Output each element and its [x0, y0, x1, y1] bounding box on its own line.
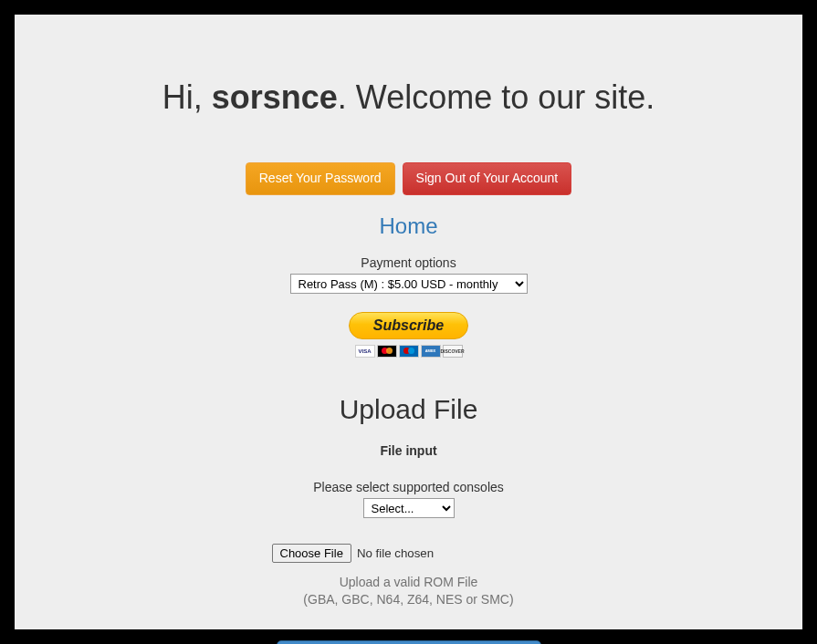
upload-file-heading: Upload File	[15, 394, 802, 425]
subscribe-container: Subscribe VISA AMEX DISCOVER	[15, 312, 802, 358]
file-chosen-status: No file chosen	[357, 546, 434, 560]
payment-options-select[interactable]: Retro Pass (M) : $5.00 USD - monthly	[290, 274, 528, 294]
visa-card-icon: VISA	[355, 345, 375, 358]
discover-card-icon: DISCOVER	[443, 345, 463, 358]
help-line-2: (GBA, GBC, N64, Z64, NES or SMC)	[15, 591, 802, 609]
file-input-row: Choose File No file chosen	[272, 544, 435, 563]
home-link[interactable]: Home	[15, 213, 802, 239]
greeting-suffix: . Welcome to our site.	[338, 78, 655, 116]
payment-options-label: Payment options	[15, 255, 802, 270]
account-buttons-row: Reset Your Password Sign Out of Your Acc…	[15, 162, 802, 195]
console-select-label: Please select supported consoles	[15, 480, 802, 494]
sign-out-button[interactable]: Sign Out of Your Account	[403, 162, 572, 195]
page-container: Hi, sorsnce. Welcome to our site. Reset …	[15, 15, 802, 629]
choose-file-button[interactable]: Choose File	[272, 544, 351, 563]
upload-help-text: Upload a valid ROM File (GBA, GBC, N64, …	[15, 574, 802, 609]
amex-card-icon: AMEX	[421, 345, 441, 358]
greeting-heading: Hi, sorsnce. Welcome to our site.	[15, 78, 802, 117]
payment-cards-row: VISA AMEX DISCOVER	[15, 345, 802, 358]
subscribe-button[interactable]: Subscribe	[349, 312, 468, 339]
upload-submit-button[interactable]: Upload	[277, 640, 541, 644]
greeting-username: sorsnce	[212, 78, 338, 116]
mastercard-card-icon	[377, 345, 397, 358]
greeting-prefix: Hi,	[162, 78, 212, 116]
console-select[interactable]: Select...	[363, 498, 455, 518]
file-input-label: File input	[15, 443, 802, 458]
maestro-card-icon	[399, 345, 419, 358]
reset-password-button[interactable]: Reset Your Password	[246, 162, 395, 195]
help-line-1: Upload a valid ROM File	[15, 574, 802, 592]
